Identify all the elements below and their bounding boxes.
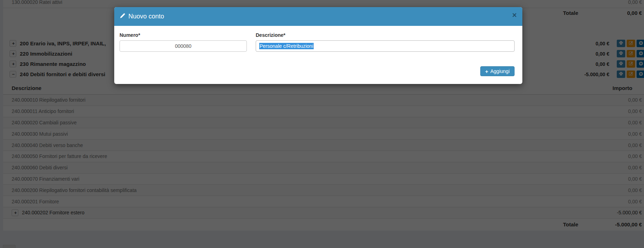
modal-footer: + Aggiungi bbox=[120, 66, 515, 76]
numero-label: Numero* bbox=[120, 32, 247, 38]
selected-text: Personale c/Retribuzioni bbox=[259, 43, 314, 49]
modal-title: Nuovo conto bbox=[120, 13, 164, 20]
descrizione-input[interactable]: Personale c/Retribuzioni bbox=[256, 40, 515, 52]
aggiungi-button[interactable]: + Aggiungi bbox=[480, 66, 515, 76]
modal-header: Nuovo conto × bbox=[114, 7, 522, 26]
numero-field-group: Numero* bbox=[120, 32, 247, 52]
modal-body: Numero* Descrizione* Personale c/Retribu… bbox=[114, 26, 522, 84]
descrizione-label: Descrizione* bbox=[256, 32, 515, 38]
descrizione-field-group: Descrizione* Personale c/Retribuzioni bbox=[256, 32, 515, 52]
plus-icon: + bbox=[485, 68, 488, 74]
numero-input[interactable] bbox=[120, 40, 247, 52]
close-icon[interactable]: × bbox=[512, 11, 517, 19]
pencil-icon bbox=[120, 13, 128, 20]
nuovo-conto-modal: Nuovo conto × Numero* Descrizione* Perso… bbox=[114, 7, 522, 84]
